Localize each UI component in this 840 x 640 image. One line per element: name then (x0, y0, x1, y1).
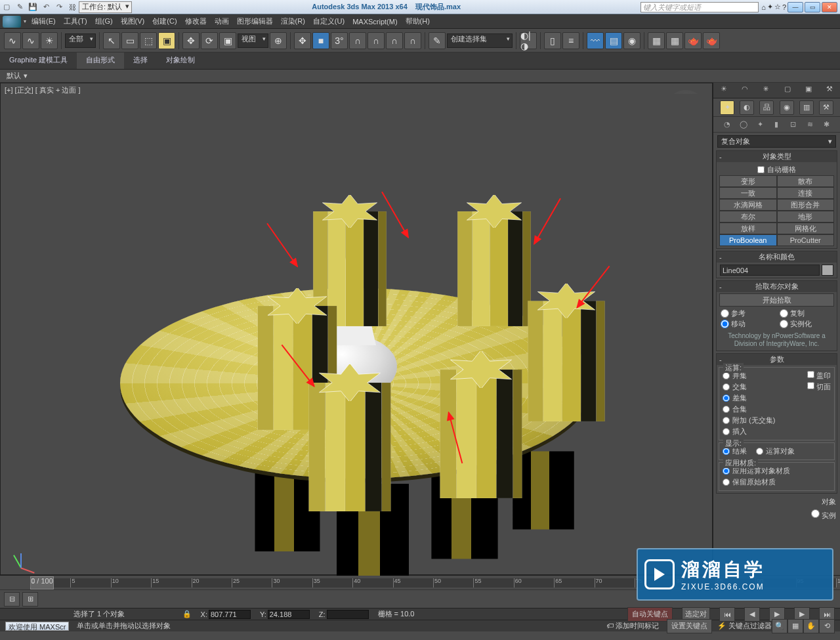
spacewarps-icon[interactable]: ≋ (803, 118, 816, 131)
align-icon[interactable]: ▯ (544, 32, 561, 49)
object-type-button[interactable]: 散布 (777, 175, 835, 187)
systems-icon[interactable]: ✱ (820, 118, 833, 131)
material-radio[interactable] (723, 479, 730, 486)
helpers-icon[interactable]: ⊡ (787, 118, 800, 131)
ref-coord-system[interactable]: 视图 (238, 33, 268, 48)
qat-link-icon[interactable]: ⛓ (66, 1, 79, 13)
pan-icon[interactable]: ✋ (803, 619, 819, 633)
sun-icon[interactable]: ☀ (717, 85, 730, 96)
viewport-canvas[interactable] (2, 94, 711, 573)
unlink-icon[interactable]: ∿ (22, 32, 39, 49)
qat-redo-icon[interactable]: ↷ (52, 1, 66, 13)
object-type-button[interactable]: 一致 (719, 187, 777, 199)
modify-tab-icon[interactable]: ◐ (740, 100, 754, 115)
cameras-icon[interactable]: ▮ (770, 118, 783, 131)
move-icon[interactable]: ✥ (182, 32, 200, 49)
coord-z-input[interactable] (327, 610, 369, 619)
menu-item[interactable]: 视图(V) (117, 15, 149, 28)
shapes-icon[interactable]: ◯ (737, 118, 750, 131)
operation-radio[interactable] (723, 383, 730, 391)
setkey-button[interactable]: 设置关键点 (667, 619, 712, 633)
prev-frame-icon[interactable]: ◀ (744, 607, 760, 622)
operation-radio[interactable] (723, 372, 730, 379)
coord-x-input[interactable] (209, 610, 251, 619)
arc-icon[interactable]: ◠ (738, 85, 751, 96)
mirror-icon[interactable]: ◐|◑ (520, 32, 537, 49)
named-selection-set[interactable]: 创建选择集 (447, 33, 513, 48)
manipulate-icon[interactable]: ✥ (294, 32, 311, 49)
display-radio[interactable] (723, 448, 730, 455)
link-icon[interactable]: ∿ (4, 32, 21, 49)
display-tab-icon[interactable]: ▥ (799, 100, 814, 115)
person-icon[interactable]: ⛯ (759, 85, 772, 96)
lights-icon[interactable]: ✦ (753, 118, 766, 131)
qat-open-icon[interactable]: ✎ (13, 1, 26, 13)
snap-4-icon[interactable]: ∩ (386, 32, 403, 49)
window-crossing-toggle[interactable]: ▣ (158, 32, 175, 49)
material-radio[interactable] (723, 467, 730, 475)
object-type-button[interactable]: 连接 (777, 187, 835, 199)
layers-icon[interactable]: ≡ (562, 32, 579, 49)
menu-item[interactable]: 修改器 (181, 15, 211, 28)
object-type-button[interactable]: 图形合并 (777, 199, 835, 211)
menu-item[interactable]: 动画 (211, 15, 233, 28)
menu-item[interactable]: MAXScript(M) (348, 15, 401, 28)
rotate-icon[interactable]: ⟳ (201, 32, 218, 49)
ribbon-tab[interactable]: 对象绘制 (157, 53, 204, 69)
selection-filter[interactable]: 全部 (65, 33, 96, 48)
percent-snap-icon[interactable]: ∩ (349, 32, 366, 49)
menu-item[interactable]: 创建(C) (148, 15, 180, 28)
pivot-icon[interactable]: ⊕ (270, 32, 287, 49)
object-type-button[interactable]: 网格化 (777, 223, 835, 234)
color-swatch[interactable] (822, 265, 833, 276)
menu-item[interactable]: 自定义(U) (309, 15, 348, 28)
material-editor-icon[interactable]: ◉ (623, 32, 640, 49)
category-dropdown[interactable]: 复合对象 (717, 135, 836, 148)
start-pick-button[interactable]: 开始拾取 (719, 293, 834, 307)
hierarchy-tab-icon[interactable]: 品 (759, 100, 774, 115)
exchange-icon[interactable]: ? (782, 3, 786, 11)
schematic-icon[interactable]: ▤ (605, 32, 622, 49)
curve-editor-icon[interactable]: 〰 (587, 32, 604, 49)
object-type-button[interactable]: 布尔 (719, 211, 777, 223)
named-sel-edit-icon[interactable]: ✎ (429, 32, 446, 49)
track-prev-icon[interactable]: ⊟ (4, 592, 20, 607)
zoom-icon[interactable]: 🔍 (772, 619, 788, 633)
menu-item[interactable]: 帮助(H) (402, 15, 434, 28)
close-button[interactable]: ✕ (822, 2, 837, 12)
coord-y-input[interactable] (268, 610, 310, 619)
ribbon-tab[interactable]: 选择 (124, 53, 157, 69)
select-region-icon[interactable]: ⬚ (140, 32, 157, 49)
operation-radio[interactable] (723, 406, 730, 413)
object-type-button[interactable]: 地形 (777, 211, 835, 223)
motion-tab-icon[interactable]: ◉ (780, 100, 794, 115)
qat-undo-icon[interactable]: ↶ (39, 1, 52, 13)
signin-icon[interactable]: ☆ (774, 3, 781, 11)
add-time-tag[interactable]: 添加时间标记 (616, 622, 659, 629)
pick-option[interactable]: 参考 (721, 309, 774, 318)
monitor-icon[interactable]: ▢ (781, 85, 794, 96)
angle-snap-icon[interactable]: 3° (331, 32, 348, 49)
minimize-button[interactable]: — (788, 2, 803, 12)
object-name-input[interactable] (720, 265, 820, 276)
autogrid-checkbox[interactable] (757, 166, 765, 173)
pick-option[interactable]: 复制 (780, 309, 833, 318)
track-next-icon[interactable]: ⊞ (22, 592, 38, 607)
object-type-button[interactable]: ProCutter (777, 234, 835, 246)
create-tab-icon[interactable]: ✦ (720, 100, 734, 115)
key-filter[interactable]: 关键点过滤器 (728, 622, 772, 629)
operation-radio[interactable] (723, 428, 730, 435)
geometry-icon[interactable]: ◔ (721, 118, 734, 131)
workspace-selector[interactable]: 工作台: 默认 (79, 1, 132, 13)
object-type-button[interactable]: 放样 (719, 223, 777, 234)
maximize-button[interactable]: ▭ (805, 2, 820, 12)
screen-icon[interactable]: ▣ (802, 85, 815, 96)
maxscript-label[interactable]: 欢迎使用 MAXScr (5, 622, 69, 631)
rollout-header[interactable]: -名称和颜色 (717, 251, 837, 263)
select-icon[interactable]: ↖ (103, 32, 120, 49)
spinner-snap-icon[interactable]: ∩ (368, 32, 385, 49)
snap-toggle-icon[interactable]: ■ (312, 32, 329, 49)
infocenter-icon[interactable]: ⌂ (761, 3, 766, 11)
render-frame-icon[interactable]: ▦ (666, 32, 683, 49)
rollout-header[interactable]: -对象类型 (717, 151, 837, 162)
